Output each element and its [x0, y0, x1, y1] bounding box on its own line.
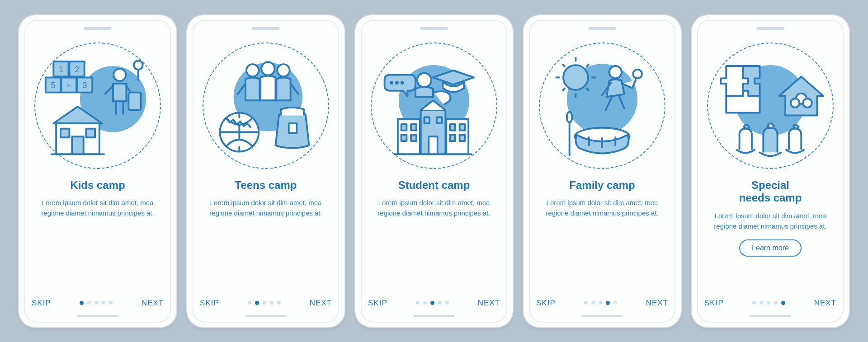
svg-rect-34	[401, 124, 407, 131]
svg-rect-16	[72, 136, 83, 154]
svg-rect-38	[450, 124, 455, 131]
page-dot[interactable]	[591, 301, 595, 305]
svg-text:+: +	[66, 80, 71, 89]
page-indicator	[584, 301, 617, 305]
svg-point-26	[391, 82, 392, 84]
skip-button[interactable]: SKIP	[704, 299, 724, 308]
next-button[interactable]: NEXT	[814, 299, 836, 308]
svg-point-64	[791, 98, 800, 108]
onboarding-nav: SKIP NEXT	[196, 296, 335, 309]
screen-description: Lorem ipsum dolor sit dim amet, mea regi…	[533, 198, 672, 218]
page-dot[interactable]	[606, 301, 610, 305]
phone-speaker	[252, 27, 280, 30]
page-dot[interactable]	[416, 301, 420, 305]
screen-description: Lorem ipsum dolor sit dim amet, mea regi…	[28, 198, 167, 218]
screen-title: Kids camp	[28, 179, 167, 192]
screen-title: Family camp	[533, 179, 672, 192]
home-indicator	[582, 315, 623, 317]
next-button[interactable]: NEXT	[478, 299, 500, 308]
phone-speaker	[756, 27, 784, 30]
skip-button[interactable]: SKIP	[200, 299, 219, 308]
page-dot[interactable]	[445, 301, 449, 305]
page-indicator	[416, 301, 449, 305]
onboarding-nav: SKIP NEXT	[28, 296, 167, 309]
page-dot[interactable]	[423, 301, 427, 305]
svg-rect-42	[425, 117, 430, 123]
phone-speaker	[420, 27, 448, 30]
student-illustration-icon	[371, 42, 497, 169]
page-indicator	[248, 301, 281, 305]
svg-point-22	[277, 64, 289, 76]
page-dot[interactable]	[430, 301, 434, 305]
svg-rect-39	[460, 124, 465, 131]
svg-point-28	[401, 82, 403, 84]
svg-text:3: 3	[83, 80, 87, 89]
svg-line-51	[586, 64, 589, 67]
page-dot[interactable]	[752, 301, 756, 305]
svg-point-45	[563, 65, 588, 90]
screen-description: Lorem ipsum dolor sit dim amet, mea regi…	[701, 211, 840, 231]
screen-description: Lorem ipsum dolor sit dim amet, mea regi…	[364, 198, 504, 218]
page-dot[interactable]	[584, 301, 588, 305]
page-indicator	[752, 301, 785, 305]
next-button[interactable]: NEXT	[646, 299, 668, 308]
phone-speaker	[588, 27, 616, 30]
svg-point-21	[261, 62, 274, 75]
svg-rect-36	[401, 135, 407, 141]
svg-rect-18	[86, 128, 95, 137]
page-indicator	[80, 301, 113, 305]
screen-title: Teens camp	[196, 179, 335, 192]
page-dot[interactable]	[767, 301, 770, 305]
phone-speaker	[84, 27, 112, 30]
page-dot[interactable]	[599, 301, 602, 305]
next-button[interactable]: NEXT	[142, 299, 164, 308]
page-dot[interactable]	[781, 301, 785, 305]
svg-point-29	[417, 73, 431, 87]
svg-rect-17	[61, 128, 70, 137]
page-dot[interactable]	[760, 301, 763, 305]
onboarding-nav: SKIP NEXT	[701, 296, 840, 309]
screen-description: Lorem ipsum dolor sit dim amet, mea regi…	[196, 198, 335, 218]
page-dot[interactable]	[102, 301, 105, 305]
screen-title: Student camp	[364, 179, 504, 192]
home-indicator	[414, 315, 454, 317]
page-dot[interactable]	[277, 301, 281, 305]
teens-illustration-icon	[203, 42, 329, 169]
onboarding-nav: SKIP NEXT	[364, 296, 504, 309]
page-dot[interactable]	[248, 301, 251, 305]
svg-rect-12	[128, 92, 141, 110]
onboarding-screen: Teens camp Lorem ipsum dolor sit dim ame…	[187, 15, 344, 327]
page-dot[interactable]	[263, 301, 266, 305]
svg-point-13	[134, 61, 143, 70]
page-dot[interactable]	[774, 301, 778, 305]
page-dot[interactable]	[87, 301, 91, 305]
kids-illustration-icon: 1 2 5 + 3	[34, 42, 161, 169]
page-dot[interactable]	[270, 301, 274, 305]
onboarding-screen: Student camp Lorem ipsum dolor sit dim a…	[355, 15, 513, 327]
svg-rect-33	[429, 136, 438, 154]
svg-rect-43	[437, 117, 442, 123]
onboarding-screen: Family camp Lorem ipsum dolor sit dim am…	[524, 15, 681, 327]
page-dot[interactable]	[255, 301, 259, 305]
skip-button[interactable]: SKIP	[368, 299, 387, 308]
svg-point-65	[803, 98, 812, 108]
svg-rect-40	[450, 135, 455, 141]
home-indicator	[750, 315, 791, 317]
page-dot[interactable]	[613, 301, 617, 305]
page-dot[interactable]	[94, 301, 98, 305]
page-dot[interactable]	[109, 301, 113, 305]
learn-more-button[interactable]: Learn more	[739, 239, 802, 257]
skip-button[interactable]: SKIP	[536, 299, 556, 308]
page-dot[interactable]	[438, 301, 442, 305]
page-dot[interactable]	[80, 301, 84, 305]
onboarding-nav: SKIP NEXT	[533, 296, 672, 309]
screen-title: Special needs camp	[701, 179, 840, 205]
family-illustration-icon	[539, 42, 665, 169]
svg-line-52	[562, 88, 565, 90]
svg-text:5: 5	[51, 80, 55, 89]
skip-button[interactable]: SKIP	[32, 299, 51, 308]
onboarding-screen: 1 2 5 + 3 Kids camp Lorem ipsum dolor si…	[19, 15, 176, 327]
onboarding-screen: Special needs camp Lorem ipsum dolor sit…	[692, 15, 849, 327]
svg-line-50	[562, 64, 565, 67]
next-button[interactable]: NEXT	[310, 299, 332, 308]
